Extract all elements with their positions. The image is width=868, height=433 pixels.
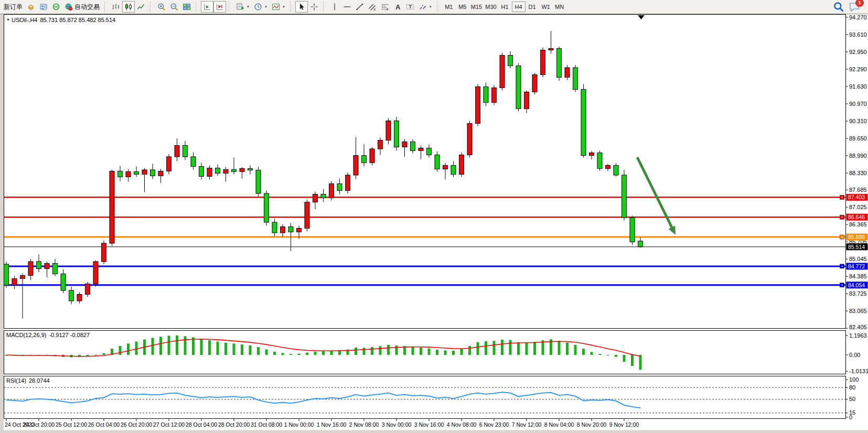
timeframe-m15-button[interactable]: M15	[469, 2, 484, 12]
trendline-button[interactable]	[353, 1, 366, 13]
market-watch-button[interactable]	[25, 1, 37, 13]
horizontal-line-button[interactable]	[341, 1, 353, 13]
text-label-button[interactable]: T	[404, 1, 416, 13]
candle-body	[532, 75, 537, 92]
chart-shift-button[interactable]	[213, 1, 226, 13]
timeframe-h1-button[interactable]: H1	[498, 2, 512, 12]
bar_chart-icon	[112, 3, 120, 11]
rsi-pane[interactable]	[4, 376, 846, 419]
indicators-button[interactable]: ▼	[270, 1, 287, 13]
notifications-button[interactable]: 1	[849, 1, 860, 13]
equidistant-channel-button[interactable]: E	[366, 1, 379, 13]
timeframe-m1-button[interactable]: M1	[442, 2, 456, 12]
rsi-indicator-label: RSI(14)28.0744	[6, 377, 52, 384]
crosshair-button[interactable]	[308, 1, 320, 13]
price-axis-label: 84.385	[849, 273, 867, 279]
macd-histogram-bar	[452, 351, 455, 355]
timeframe-m30-button[interactable]: M30	[484, 2, 498, 12]
fibonacci-button[interactable]: F	[379, 1, 391, 13]
candle-body	[346, 175, 350, 191]
time-axis-label: 4 Nov 08:00	[447, 421, 477, 428]
macd-histogram-bar	[623, 355, 626, 362]
candle-body	[451, 166, 456, 175]
candle-body	[386, 121, 391, 140]
time-axis-label: 8 Nov 04:00	[544, 421, 574, 428]
candle-body	[362, 156, 367, 163]
candle-body	[353, 156, 358, 176]
line-chart-button[interactable]	[135, 1, 147, 13]
candle-body	[597, 153, 602, 169]
timeframe-h4-button[interactable]: H4	[512, 2, 526, 12]
macd-histogram-bar	[477, 342, 479, 355]
dropdown-caret-icon[interactable]: ▼	[247, 5, 250, 8]
macd-name: MACD(12,26,9)	[6, 332, 46, 338]
profiles-button[interactable]: ▼	[252, 1, 270, 13]
candle-body	[216, 168, 220, 174]
macd-histogram-bar	[176, 335, 178, 355]
candle-body	[459, 155, 464, 175]
timeframe-w1-button[interactable]: W1	[539, 2, 553, 12]
macd-histogram-bar	[330, 351, 333, 355]
macd-pane[interactable]	[4, 331, 846, 374]
macd-histogram-bar	[241, 344, 243, 355]
time-axis-label: 25 Oct 12:00	[56, 421, 87, 428]
macd-histogram-bar	[168, 335, 170, 355]
macd-indicator-label: MACD(12,26,9)-0.9127 -0.0827	[6, 332, 92, 338]
timeframe-mn-button[interactable]: MN	[553, 2, 566, 12]
price-axis-label: 87.685	[849, 187, 867, 193]
navigator-button[interactable]	[37, 1, 50, 13]
price-tag-label: 84.054	[848, 282, 865, 288]
time-axis-label: 26 Oct 20:00	[121, 421, 152, 428]
dropdown-caret-icon[interactable]: ▼	[264, 5, 267, 8]
timeframe-m1-button-label: M1	[445, 4, 453, 10]
fibo-icon: F	[381, 3, 389, 11]
dropdown-caret-icon[interactable]: ▼	[282, 5, 285, 8]
vertical-line-button[interactable]	[328, 1, 341, 13]
bar-chart-button[interactable]	[110, 1, 122, 13]
time-axis-label: 3 Nov 16:00	[414, 421, 444, 428]
dropdown-caret-icon[interactable]: ▼	[429, 5, 432, 8]
text-button[interactable]: A	[391, 1, 404, 13]
candle-body	[402, 142, 407, 147]
candle-body	[77, 295, 82, 301]
candle-body	[151, 170, 155, 176]
price-axis-label: 89.650	[849, 135, 867, 142]
svg-text:A: A	[395, 3, 401, 11]
macd-histogram-bar	[395, 345, 398, 355]
candle-body	[305, 202, 309, 229]
candlestick-chart-button[interactable]	[122, 1, 135, 13]
search-button[interactable]	[833, 1, 844, 13]
chart-canvas[interactable]: 94.27093.61092.95092.29091.63090.97090.3…	[0, 0, 868, 433]
vline-icon	[330, 3, 339, 11]
new-chart-button[interactable]: ▼	[234, 1, 252, 13]
price-tag-label: 85.514	[848, 244, 865, 250]
candle-body	[476, 87, 480, 124]
candle-body	[614, 166, 618, 176]
signals-button[interactable]	[50, 1, 62, 13]
candle-body	[110, 171, 114, 244]
timeframe-d1-button[interactable]: D1	[526, 2, 539, 12]
candle-body	[102, 243, 106, 262]
candle-body	[93, 262, 98, 284]
zoom-in-button[interactable]	[155, 1, 168, 13]
macd-histogram-bar	[94, 354, 97, 355]
autotrading-button-label: 自动交易	[74, 3, 100, 12]
macd-histogram-bar	[224, 343, 227, 355]
auto-scroll-button[interactable]	[201, 1, 213, 13]
tile-windows-button[interactable]	[180, 1, 193, 13]
timeframe-m5-button[interactable]: M5	[456, 2, 469, 12]
chart-menu-caret-icon[interactable]: ▼	[6, 18, 10, 21]
macd-histogram-bar	[574, 345, 577, 355]
macd-histogram-bar	[412, 347, 414, 355]
candle-body	[549, 49, 553, 50]
arrows-button[interactable]: ▼	[416, 1, 434, 13]
autotrading-button[interactable]: 自动交易	[62, 1, 102, 13]
price-axis-label: 88.330	[849, 170, 867, 176]
new-order-button[interactable]: 新订单	[2, 1, 25, 13]
macd-histogram-bar	[420, 348, 422, 355]
navigator-icon	[39, 3, 48, 11]
cursor-button[interactable]	[295, 1, 308, 13]
macd-axis-label: -1.0131	[849, 368, 868, 374]
cursor-icon	[297, 3, 306, 11]
zoom-out-button[interactable]	[168, 1, 180, 13]
